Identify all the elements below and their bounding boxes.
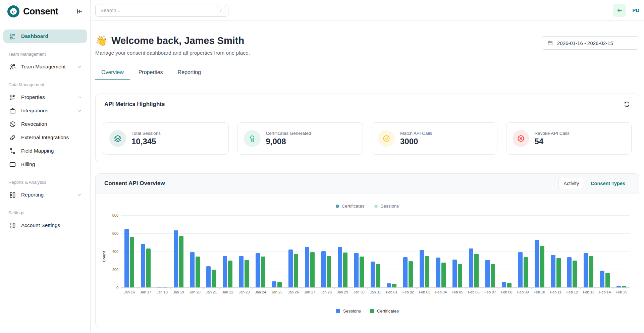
sidebar-item-label: Billing <box>21 161 35 167</box>
chart-plot-area: 0200400600800Jan 16Jan 17Jan 18Jan 19Jan… <box>121 215 630 288</box>
avatar[interactable]: PD <box>632 7 639 13</box>
sidebar-item-billing[interactable]: Billing <box>3 158 87 171</box>
y-tick-label: 400 <box>108 249 118 254</box>
certificates-bar <box>622 286 626 287</box>
search-input[interactable] <box>100 7 217 13</box>
certificates-bar <box>360 257 364 287</box>
stat-label: Revoke API Calls <box>535 131 570 136</box>
x-tick-label: Jan 20 <box>190 290 201 294</box>
x-tick-label: Jan 28 <box>321 290 332 294</box>
x-tick-label: Jan 23 <box>238 290 250 294</box>
page-subtitle: Manage your consent dashboard and all pr… <box>95 50 250 56</box>
legend-swatch <box>336 309 340 313</box>
sidebar-item-team-management[interactable]: Team Management <box>3 60 87 73</box>
date-range-picker[interactable]: 2026-01-16 - 2026-02-15 <box>541 36 639 50</box>
certificates-bar <box>524 257 528 287</box>
sidebar-item-reporting[interactable]: Reporting <box>3 188 87 202</box>
bar-group-feb-05: Feb 05 <box>449 215 466 287</box>
brand-logo-letter: e <box>9 7 17 15</box>
x-tick-mark <box>154 287 154 289</box>
x-tick-mark <box>613 287 613 289</box>
consent-types-button[interactable]: Consent Types <box>586 178 630 189</box>
x-tick-label: Jan 27 <box>304 290 315 294</box>
sessions-bar <box>485 260 490 287</box>
tab-properties[interactable]: Properties <box>132 66 169 80</box>
bar-group-jan-25: Jan 25 <box>269 215 285 287</box>
sidebar-item-properties[interactable]: Properties <box>3 91 87 104</box>
integrations-icon <box>9 107 16 114</box>
sidebar: e Consent DashboardTeam ManagementTeam M… <box>0 0 91 333</box>
sidebar-item-revocation[interactable]: Revocation <box>3 117 87 131</box>
sidebar-collapse-icon[interactable] <box>76 8 83 15</box>
sidebar-item-external-integrations[interactable]: External Integrations <box>3 131 87 144</box>
x-tick-label: Feb 12 <box>567 290 578 294</box>
sessions-bar <box>403 257 408 287</box>
link-icon <box>9 134 16 141</box>
sidebar-section-title-reports-analytics: Reports & Analytics <box>8 180 90 185</box>
x-tick-mark <box>515 287 515 289</box>
sidebar-item-label: Dashboard <box>21 33 48 39</box>
wave-emoji: 👋 <box>95 35 107 46</box>
sessions-bar <box>321 251 326 287</box>
bar-group-feb-02: Feb 02 <box>400 215 416 287</box>
sessions-bar <box>600 271 604 287</box>
x-tick-mark <box>384 287 384 289</box>
certificates-bar <box>327 256 331 288</box>
sessions-bar <box>124 229 129 287</box>
bar-group-jan-23: Jan 23 <box>236 215 252 287</box>
chart-icon <box>9 222 16 229</box>
bar-group-jan-18: Jan 18 <box>154 215 170 287</box>
sidebar-item-integrations[interactable]: Integrations <box>3 104 87 117</box>
bar-group-feb-07: Feb 07 <box>482 215 498 287</box>
sessions-bar <box>256 253 260 287</box>
refresh-icon[interactable] <box>624 101 630 108</box>
x-tick-label: Jan 30 <box>354 290 365 294</box>
certificates-bar <box>179 236 183 287</box>
x-tick-label: Feb 04 <box>435 290 447 294</box>
app-root: e Consent DashboardTeam ManagementTeam M… <box>0 0 644 333</box>
x-tick-label: Jan 21 <box>206 290 217 294</box>
x-tick-label: Feb 15 <box>616 290 627 294</box>
x-tick-label: Feb 13 <box>583 290 594 294</box>
x-tick-label: Jan 22 <box>222 290 233 294</box>
sessions-bar <box>616 286 621 287</box>
sidebar-item-dashboard[interactable]: Dashboard <box>3 30 87 43</box>
x-tick-mark <box>187 287 187 289</box>
legend-label: Certificates <box>377 309 399 314</box>
certificates-bar <box>392 284 396 287</box>
topbar: / PD <box>91 0 644 21</box>
x-tick-label: Feb 06 <box>468 290 479 294</box>
search-box[interactable]: / <box>95 4 228 17</box>
activity-button[interactable]: Activity <box>558 178 584 189</box>
layers-icon <box>114 134 122 143</box>
tab-overview[interactable]: Overview <box>95 66 130 80</box>
stat-value: 10,345 <box>131 137 161 146</box>
x-tick-mark <box>597 287 597 289</box>
stat-card-revoke-api-calls: Revoke API Calls54 <box>506 122 632 155</box>
bar-group-jan-30: Jan 30 <box>351 215 367 287</box>
arrow-left-icon <box>616 7 623 14</box>
tab-reporting[interactable]: Reporting <box>172 66 207 80</box>
sessions-bar <box>288 249 293 287</box>
date-range-value: 2026-01-16 - 2026-02-15 <box>557 40 613 46</box>
y-tick-label: 0 <box>108 286 118 290</box>
sidebar-nav: DashboardTeam ManagementTeam ManagementD… <box>0 30 90 232</box>
certificates-bar <box>458 264 462 287</box>
bar-group-feb-14: Feb 14 <box>597 215 613 287</box>
back-arrow-button[interactable] <box>613 4 626 17</box>
billing-icon <box>9 161 16 168</box>
overview-card-title: Consent API Overview <box>104 180 165 187</box>
sessions-bar <box>141 244 145 287</box>
x-tick-label: Jan 29 <box>337 290 348 294</box>
x-tick-label: Feb 05 <box>451 290 463 294</box>
sidebar-item-account-settings[interactable]: Account Settings <box>3 219 87 232</box>
x-tick-label: Jan 18 <box>157 290 168 294</box>
x-tick-mark <box>433 287 433 289</box>
stat-value: 54 <box>535 137 570 146</box>
x-tick-mark <box>121 287 121 289</box>
metrics-body: Total Sessions10,345Certificates Generat… <box>96 115 639 162</box>
overview-card-head: Consent API Overview ActivityConsent Typ… <box>96 174 639 193</box>
sidebar-item-field-mapping[interactable]: Field Mapping <box>3 144 87 158</box>
x-tick-label: Feb 08 <box>501 290 512 294</box>
x-tick-label: Jan 31 <box>370 290 381 294</box>
